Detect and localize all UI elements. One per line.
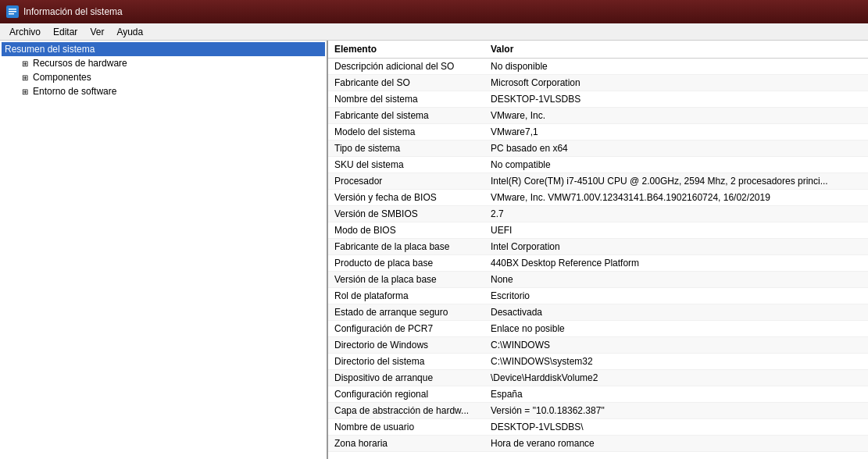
table-row: ProcesadorIntel(R) Core(TM) i7-4510U CPU… — [328, 173, 868, 190]
svg-rect-2 — [9, 11, 16, 12]
cell-element: Descripción adicional del SO — [328, 59, 484, 75]
cell-element: Producto de placa base — [328, 255, 484, 272]
menu-editar[interactable]: Editar — [47, 25, 84, 39]
cell-value: Versión = "10.0.18362.387" — [484, 403, 868, 419]
table-row: Descripción adicional del SONo disponibl… — [328, 59, 868, 75]
cell-element: Estado de arranque seguro — [328, 304, 484, 321]
svg-rect-1 — [9, 9, 16, 10]
menu-ayuda[interactable]: Ayuda — [110, 25, 149, 39]
cell-element: Modelo del sistema — [328, 124, 484, 141]
cell-element: Nombre del sistema — [328, 91, 484, 108]
info-table: Elemento Valor Descripción adicional del… — [328, 41, 868, 452]
cell-value: Intel(R) Core(TM) i7-4510U CPU @ 2.00GHz… — [484, 173, 868, 190]
table-row: Dispositivo de arranque\Device\HarddiskV… — [328, 370, 868, 386]
title-bar: Información del sistema — [0, 0, 868, 23]
tree-item-label: Resumen del sistema — [5, 44, 95, 55]
table-row: Fabricante de la placa baseIntel Corpora… — [328, 239, 868, 255]
table-row: Directorio de WindowsC:\WINDOWS — [328, 337, 868, 354]
cell-value: PC basado en x64 — [484, 141, 868, 157]
table-row: Fabricante del SOMicrosoft Corporation — [328, 75, 868, 91]
cell-element: Versión de la placa base — [328, 272, 484, 288]
expander-icon: ⊞ — [20, 59, 30, 68]
table-row: Tipo de sistemaPC basado en x64 — [328, 141, 868, 157]
cell-value: España — [484, 386, 868, 403]
left-panel: Resumen del sistema⊞Recursos de hardware… — [0, 41, 328, 459]
cell-element: Configuración regional — [328, 386, 484, 403]
table-row: Producto de placa base440BX Desktop Refe… — [328, 255, 868, 272]
table-row: Versión de SMBIOS2.7 — [328, 206, 868, 222]
table-row: Nombre del sistemaDESKTOP-1VLSDBS — [328, 91, 868, 108]
cell-value: \Device\HarddiskVolume2 — [484, 370, 868, 386]
table-row: Modelo del sistemaVMware7,1 — [328, 124, 868, 141]
menu-bar: Archivo Editar Ver Ayuda — [0, 23, 868, 41]
col-header-element: Elemento — [328, 41, 484, 59]
cell-element: SKU del sistema — [328, 157, 484, 173]
main-area: Resumen del sistema⊞Recursos de hardware… — [0, 41, 868, 459]
cell-element: Modo de BIOS — [328, 222, 484, 239]
col-header-value: Valor — [484, 41, 868, 59]
cell-element: Directorio del sistema — [328, 354, 484, 370]
table-row: Modo de BIOSUEFI — [328, 222, 868, 239]
cell-value: DESKTOP-1VLSDBS — [484, 91, 868, 108]
tree-item-label: Componentes — [33, 72, 91, 83]
cell-element: Nombre de usuario — [328, 419, 484, 436]
table-row: Configuración regionalEspaña — [328, 386, 868, 403]
menu-ver[interactable]: Ver — [84, 25, 110, 39]
cell-element: Fabricante del SO — [328, 75, 484, 91]
tree-item-label: Recursos de hardware — [33, 58, 127, 69]
app-icon — [6, 5, 19, 18]
tree-container: Resumen del sistema⊞Recursos de hardware… — [2, 42, 325, 98]
cell-element: Zona horaria — [328, 436, 484, 452]
cell-value: Microsoft Corporation — [484, 75, 868, 91]
table-row: Fabricante del sistemaVMware, Inc. — [328, 108, 868, 124]
tree-item-componentes[interactable]: ⊞Componentes — [2, 70, 325, 84]
table-row: Directorio del sistemaC:\WINDOWS\system3… — [328, 354, 868, 370]
cell-value: None — [484, 272, 868, 288]
cell-element: Fabricante de la placa base — [328, 239, 484, 255]
cell-value: VMware7,1 — [484, 124, 868, 141]
table-row: Versión de la placa baseNone — [328, 272, 868, 288]
cell-value: C:\WINDOWS — [484, 337, 868, 354]
cell-value: 2.7 — [484, 206, 868, 222]
expander-icon: ⊞ — [20, 87, 30, 96]
table-row: Capa de abstracción de hardw...Versión =… — [328, 403, 868, 419]
cell-value: Intel Corporation — [484, 239, 868, 255]
cell-value: Hora de verano romance — [484, 436, 868, 452]
table-row: Zona horariaHora de verano romance — [328, 436, 868, 452]
tree-item-software[interactable]: ⊞Entorno de software — [2, 84, 325, 98]
cell-value: VMware, Inc. — [484, 108, 868, 124]
cell-value: 440BX Desktop Reference Platform — [484, 255, 868, 272]
table-row: Rol de plataformaEscritorio — [328, 288, 868, 304]
cell-element: Versión y fecha de BIOS — [328, 190, 484, 206]
table-row: Configuración de PCR7Enlace no posible — [328, 321, 868, 337]
cell-element: Capa de abstracción de hardw... — [328, 403, 484, 419]
cell-value: C:\WINDOWS\system32 — [484, 354, 868, 370]
tree-item-label: Entorno de software — [33, 86, 116, 97]
cell-value: Desactivada — [484, 304, 868, 321]
table-row: Versión y fecha de BIOSVMware, Inc. VMW7… — [328, 190, 868, 206]
cell-value: VMware, Inc. VMW71.00V.12343141.B64.1902… — [484, 190, 868, 206]
cell-element: Procesador — [328, 173, 484, 190]
cell-value: Escritorio — [484, 288, 868, 304]
tree-item-hardware[interactable]: ⊞Recursos de hardware — [2, 56, 325, 70]
table-row: Estado de arranque seguroDesactivada — [328, 304, 868, 321]
tree-item-resumen[interactable]: Resumen del sistema — [2, 42, 325, 56]
right-panel: Elemento Valor Descripción adicional del… — [328, 41, 868, 459]
cell-element: Fabricante del sistema — [328, 108, 484, 124]
expander-icon: ⊞ — [20, 73, 30, 82]
cell-element: Dispositivo de arranque — [328, 370, 484, 386]
cell-value: No compatible — [484, 157, 868, 173]
menu-archivo[interactable]: Archivo — [3, 25, 47, 39]
table-row: SKU del sistemaNo compatible — [328, 157, 868, 173]
cell-value: Enlace no posible — [484, 321, 868, 337]
window-title: Información del sistema — [23, 6, 123, 17]
cell-element: Directorio de Windows — [328, 337, 484, 354]
cell-value: UEFI — [484, 222, 868, 239]
svg-rect-3 — [9, 13, 14, 15]
cell-element: Configuración de PCR7 — [328, 321, 484, 337]
cell-value: DESKTOP-1VLSDBS\ — [484, 419, 868, 436]
table-row: Nombre de usuarioDESKTOP-1VLSDBS\ — [328, 419, 868, 436]
cell-element: Versión de SMBIOS — [328, 206, 484, 222]
cell-value: No disponible — [484, 59, 868, 75]
cell-element: Tipo de sistema — [328, 141, 484, 157]
